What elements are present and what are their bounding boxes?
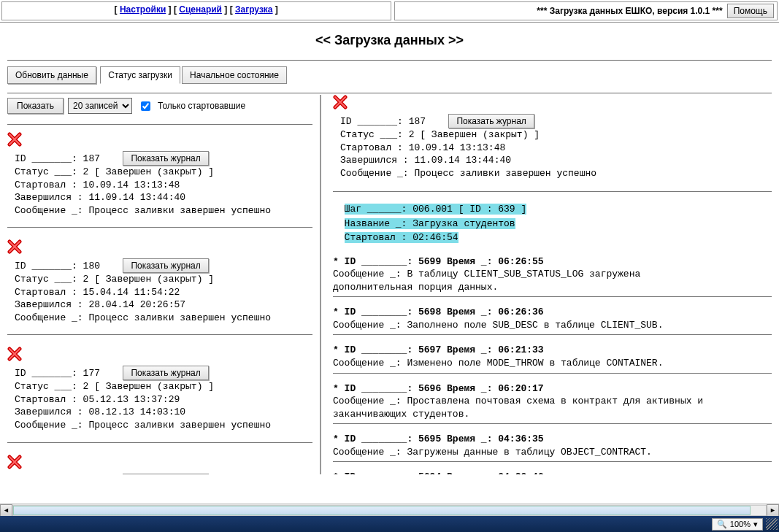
log-item: * ID ________: 5699 Время _: 06:26:55 Со…: [333, 255, 772, 298]
only-started-checkbox[interactable]: [141, 101, 150, 111]
show-button[interactable]: Показать: [7, 98, 64, 114]
nav-links: [ Настройки ] [ Сценарий ] [ Загрузка ]: [1, 1, 391, 20]
list-item: ID _______: 187 Показать журнал Статус _…: [7, 132, 312, 228]
log-item: * ID ________: 5695 Время _: 04:36:35 Со…: [333, 433, 772, 462]
right-panel: ID _______: 187 Показать журнал Статус _…: [321, 95, 772, 474]
only-started-label: Только стартовавшие: [158, 101, 245, 111]
log-item: * ID ________: 5697 Время _: 06:21:33 Со…: [333, 344, 772, 373]
delete-icon[interactable]: [7, 239, 22, 254]
delete-icon[interactable]: [7, 347, 22, 361]
delete-icon[interactable]: [333, 95, 348, 109]
toolbar: Обновить данные Статус загрузкиНачальное…: [0, 62, 779, 91]
left-panel: Показать 20 записей Только стартовавшие …: [7, 95, 321, 474]
status-bar: 🔍 100% ▾: [0, 516, 779, 532]
step-block: Шаг ______: 006.001 [ ID : 639 ] Названи…: [333, 202, 772, 245]
detail-block: ID _______: 187 Показать журнал Статус _…: [340, 114, 772, 180]
list-item: ID _______: 180 Показать журнал Статус _…: [7, 239, 312, 335]
zoom-icon: 🔍: [717, 520, 727, 529]
show-log-button[interactable]: Показать журнал: [123, 258, 208, 273]
show-log-button[interactable]: Показать журнал: [123, 366, 208, 380]
nav-settings[interactable]: Настройки: [120, 4, 166, 15]
log-item: * ID ________: 5694 Время _: 04:20:46 Со…: [333, 471, 772, 474]
scroll-right-icon[interactable]: ►: [767, 504, 779, 517]
delete-icon[interactable]: [7, 132, 22, 147]
refresh-button[interactable]: Обновить данные: [7, 66, 96, 84]
help-button[interactable]: Помощь: [727, 4, 774, 18]
records-select[interactable]: 20 записей: [68, 98, 132, 114]
list-item: ID _______: 175 Показать журнал Статус _…: [7, 455, 312, 474]
tab-status[interactable]: Статус загрузки: [100, 66, 180, 84]
zoom-indicator[interactable]: 🔍 100% ▾: [712, 518, 763, 531]
show-log-button[interactable]: Показать журнал: [448, 114, 534, 128]
scroll-left-icon[interactable]: ◄: [0, 504, 12, 517]
nav-load[interactable]: Загрузка: [235, 4, 273, 15]
list-item: ID _______: 177 Показать журнал Статус _…: [7, 347, 312, 442]
app-title-bar: *** Загрузка данных ЕШКО, версия 1.0.1 *…: [394, 1, 778, 20]
delete-icon[interactable]: [7, 455, 22, 469]
app-title: *** Загрузка данных ЕШКО, версия 1.0.1 *…: [537, 6, 722, 16]
tab-initial[interactable]: Начальное состояние: [182, 66, 287, 84]
horizontal-scrollbar[interactable]: ◄ ►: [0, 504, 779, 516]
resize-grip-icon[interactable]: [766, 518, 778, 530]
page-title: << Загрузка данных >>: [0, 23, 779, 58]
nav-scenario[interactable]: Сценарий: [179, 4, 222, 15]
log-item: * ID ________: 5696 Время _: 06:20:17 Со…: [333, 382, 772, 425]
show-log-button[interactable]: Показать журнал: [123, 474, 208, 474]
show-log-button[interactable]: Показать журнал: [123, 151, 208, 166]
log-item: * ID ________: 5698 Время _: 06:26:36 Со…: [333, 306, 772, 335]
